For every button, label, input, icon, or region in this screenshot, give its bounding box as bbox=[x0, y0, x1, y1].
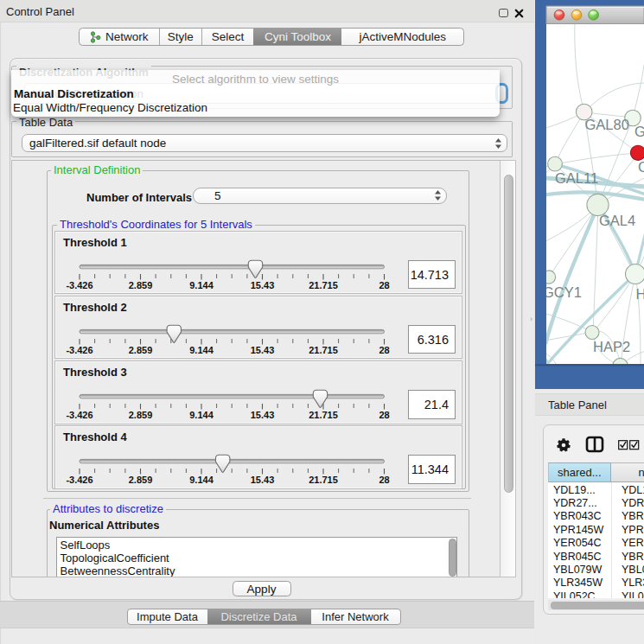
svg-text:2.859: 2.859 bbox=[129, 345, 153, 355]
svg-text:9.144: 9.144 bbox=[189, 345, 214, 355]
svg-text:28: 28 bbox=[379, 345, 389, 355]
svg-text:15.43: 15.43 bbox=[251, 345, 275, 355]
svg-text:2.859: 2.859 bbox=[129, 410, 153, 420]
svg-text:15.43: 15.43 bbox=[251, 280, 275, 290]
svg-text:HAP2: HAP2 bbox=[593, 339, 630, 354]
svg-text:21.715: 21.715 bbox=[309, 345, 338, 355]
svg-text:HI: HI bbox=[636, 286, 644, 302]
svg-text:15.43: 15.43 bbox=[251, 410, 275, 420]
svg-text:GAL4: GAL4 bbox=[599, 213, 635, 228]
svg-text:GCY1: GCY1 bbox=[543, 284, 582, 300]
svg-text:15.43: 15.43 bbox=[251, 475, 275, 485]
svg-text:28: 28 bbox=[379, 410, 389, 420]
svg-text:21.715: 21.715 bbox=[309, 475, 338, 485]
svg-text:2.859: 2.859 bbox=[129, 475, 153, 485]
svg-text:2.859: 2.859 bbox=[129, 280, 153, 290]
svg-text:GAL80: GAL80 bbox=[585, 117, 629, 132]
svg-text:GAL11: GAL11 bbox=[555, 170, 598, 186]
svg-text:9.144: 9.144 bbox=[189, 280, 214, 290]
svg-text:21.715: 21.715 bbox=[309, 410, 338, 420]
svg-text:28: 28 bbox=[379, 475, 389, 485]
svg-text:-3.426: -3.426 bbox=[66, 280, 92, 290]
svg-text:-3.426: -3.426 bbox=[66, 475, 92, 485]
svg-text:-3.426: -3.426 bbox=[66, 345, 92, 355]
svg-text:21.715: 21.715 bbox=[309, 280, 338, 290]
svg-text:GA: GA bbox=[634, 124, 644, 139]
svg-text:9.144: 9.144 bbox=[189, 475, 214, 485]
svg-text:CY: CY bbox=[638, 159, 644, 175]
svg-text:28: 28 bbox=[379, 280, 389, 290]
svg-text:-3.426: -3.426 bbox=[66, 410, 92, 420]
svg-text:9.144: 9.144 bbox=[189, 410, 214, 420]
